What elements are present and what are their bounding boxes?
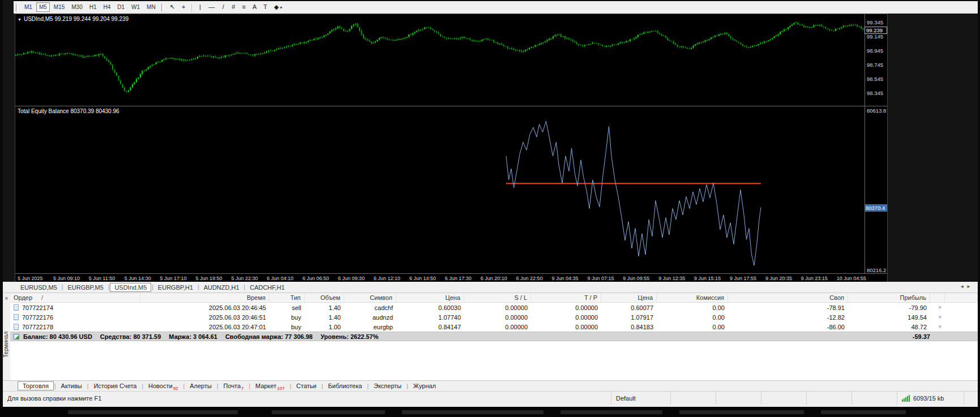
- status-cell: [851, 392, 897, 405]
- timeframe-button-h4[interactable]: H4: [101, 2, 114, 12]
- objects-list-icon[interactable]: ≡: [239, 2, 248, 12]
- obscured-background-content: [0, 407, 980, 417]
- connection-traffic: 6093/15 kb: [913, 395, 944, 402]
- terminal-tab-experts[interactable]: Эксперты: [369, 382, 406, 390]
- toolbar-grip[interactable]: [16, 3, 18, 11]
- timeframe-button-m1[interactable]: M1: [22, 2, 35, 12]
- column-header-tp[interactable]: T / P: [531, 293, 601, 302]
- price-scale-label: 98.745: [867, 62, 883, 68]
- column-header-symbol[interactable]: Символ: [344, 293, 396, 302]
- connection-bars-icon: [902, 395, 910, 402]
- chart-tab-eurusd-m5[interactable]: EURUSD,M5: [16, 283, 61, 291]
- cell-volume: 1.40: [305, 304, 344, 311]
- crosshair-icon[interactable]: +: [179, 2, 188, 12]
- balance-metric: Маржа: 3 064.61: [169, 333, 217, 340]
- text-icon[interactable]: A: [250, 2, 259, 12]
- close-order-icon[interactable]: ×: [930, 324, 945, 330]
- terminal-tab-mailbox[interactable]: Почта7: [219, 382, 248, 390]
- tab-separator: |: [322, 383, 323, 389]
- balance-icon: [14, 334, 19, 339]
- fibonacci-icon[interactable]: #: [229, 2, 238, 12]
- toolbar-grip[interactable]: [161, 3, 164, 11]
- timeframe-button-m5[interactable]: M5: [36, 2, 50, 12]
- trade-row[interactable]: 7077221762025.06.03 20:46:51buy1.40audnz…: [10, 312, 978, 322]
- collapse-triangle-icon[interactable]: ▼: [18, 18, 22, 22]
- chart-tab-eurgbp-h1[interactable]: EURGBP,H1: [154, 283, 197, 291]
- time-axis-label: 6 Jun 22:50: [516, 276, 543, 281]
- column-header-price-open[interactable]: Цена: [396, 293, 464, 302]
- time-axis-label: 5 Jun 22:30: [231, 276, 258, 281]
- trade-table: Ордер/ВремяТипОбъемСимволЦенаS / LT / PЦ…: [10, 293, 978, 380]
- shapes-dropdown-icon[interactable]: ◆▾: [271, 2, 285, 12]
- chart-tab-eurgbp-m5[interactable]: EURGBP,M5: [63, 283, 107, 291]
- equity-indicator-plot[interactable]: [15, 106, 865, 273]
- profile-indicator[interactable]: Default: [611, 392, 670, 405]
- time-axis-label: 9 Jun 15:15: [694, 276, 721, 281]
- column-header-time[interactable]: Время: [140, 293, 269, 302]
- chart-window-usdind-m5[interactable]: ▼USDInd,M5 99.219 99.244 99.204 99.239 T…: [15, 14, 888, 282]
- cell-sl: 0.00000: [464, 314, 531, 321]
- candlestick-plot[interactable]: [15, 14, 865, 106]
- column-header-sl[interactable]: S / L: [464, 293, 531, 302]
- current-price-badge: 99.239: [865, 27, 887, 34]
- horizontal-line-icon[interactable]: —: [206, 2, 217, 12]
- cell-price: 0.84147: [396, 324, 464, 330]
- terminal-tab-library[interactable]: Библиотека: [324, 382, 367, 390]
- tab-separator: |: [367, 383, 369, 389]
- close-order-icon[interactable]: ×: [930, 314, 945, 320]
- timeframe-button-w1[interactable]: W1: [129, 2, 143, 12]
- terminal-tab-articles[interactable]: Статьи: [292, 382, 321, 390]
- terminal-tab-assets[interactable]: Активы: [57, 382, 87, 390]
- tab-scroll-arrows[interactable]: ◄►: [960, 284, 973, 289]
- column-header-volume[interactable]: Объем: [305, 293, 344, 302]
- trend-line-icon[interactable]: /: [219, 2, 228, 12]
- column-header-type[interactable]: Тип: [269, 293, 305, 302]
- terminal-tab-news[interactable]: Новости92: [144, 382, 183, 390]
- timeframe-button-m30[interactable]: M30: [69, 2, 85, 12]
- text-label-icon[interactable]: T: [260, 2, 270, 12]
- timeframe-button-m15[interactable]: M15: [51, 2, 67, 12]
- cell-commission: 0.00: [657, 324, 728, 330]
- price-scale-label: 99.345: [867, 19, 883, 25]
- close-order-icon[interactable]: ×: [930, 304, 945, 311]
- order-cell: 707722178: [10, 324, 140, 330]
- column-header-price-current[interactable]: Цена: [601, 293, 657, 302]
- tab-badge: 7: [241, 386, 243, 391]
- price-scale-separator: [865, 14, 865, 273]
- chart-tab-audnzd-h1[interactable]: AUDNZD,H1: [200, 283, 243, 291]
- balance-summary: Баланс: 80 430.96 USDСредства: 80 371.59…: [23, 333, 386, 340]
- cell-commission: 0.00: [657, 304, 728, 311]
- vertical-line-icon[interactable]: |: [195, 2, 204, 12]
- cell-swap: -86.00: [728, 324, 848, 330]
- time-axis-label: 5 Jun 2025: [18, 276, 43, 281]
- timeframe-button-h1[interactable]: H1: [87, 2, 100, 12]
- chart-tab-usdind-m5[interactable]: USDInd,M5: [110, 283, 151, 292]
- column-header-order[interactable]: Ордер/: [10, 293, 140, 302]
- status-cell: [716, 392, 761, 405]
- column-header-commission[interactable]: Комиссия: [657, 293, 728, 302]
- close-terminal-button[interactable]: ×: [5, 295, 8, 301]
- time-axis-label: 6 Jun 14:50: [409, 276, 436, 281]
- terminal-tab-account-history[interactable]: История Счета: [89, 382, 141, 390]
- time-axis-label: 6 Jun 12:10: [374, 276, 400, 281]
- chart-tab-cadchf-h1[interactable]: CADCHF,H1: [246, 283, 289, 291]
- timeframe-button-mn[interactable]: MN: [144, 2, 159, 12]
- terminal-tab-market[interactable]: Маркет107: [251, 382, 289, 390]
- balance-metric: Свободная маржа: 77 306.98: [225, 333, 313, 340]
- time-axis[interactable]: 5 Jun 20255 Jun 09:105 Jun 11:505 Jun 14…: [15, 274, 887, 282]
- terminal-vertical-label: Терминал: [3, 332, 9, 358]
- cursor-icon[interactable]: ↖: [167, 2, 178, 12]
- trade-row[interactable]: 7077221782025.06.03 20:47:01buy1.00eurgb…: [10, 322, 978, 332]
- terminal-tab-alerts[interactable]: Алерты: [185, 382, 216, 390]
- obscured-text-fragment: [821, 410, 906, 414]
- timeframe-button-d1[interactable]: D1: [114, 2, 127, 12]
- terminal-tab-journal[interactable]: Журнал: [409, 382, 440, 390]
- column-header-profit[interactable]: Прибыль: [848, 293, 930, 302]
- pane-separator[interactable]: [15, 106, 887, 106]
- trade-row[interactable]: 7077221742025.06.03 20:46:45sell1.40cadc…: [10, 303, 978, 312]
- terminal-tab-trade[interactable]: Торговля: [18, 381, 54, 390]
- tab-separator: |: [142, 383, 143, 389]
- balance-row[interactable]: Баланс: 80 430.96 USDСредства: 80 371.59…: [10, 332, 978, 341]
- column-header-swap[interactable]: Своп: [728, 293, 848, 302]
- tab-separator: |: [54, 383, 56, 389]
